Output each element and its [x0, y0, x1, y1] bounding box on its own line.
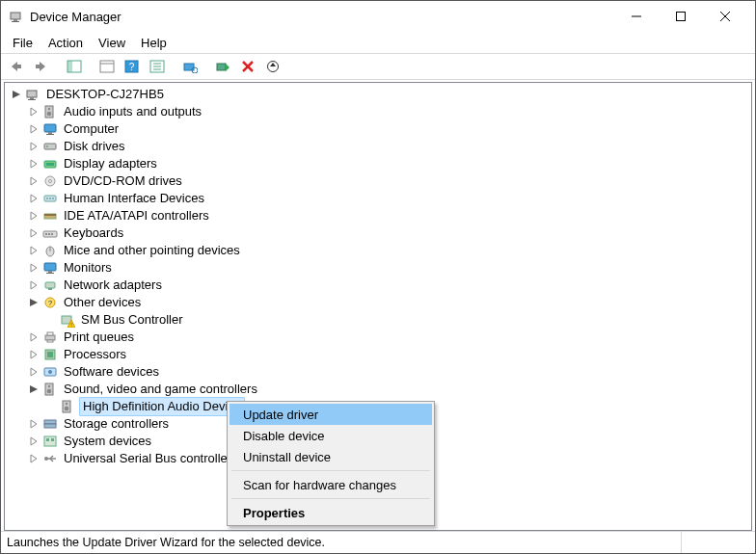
category-row[interactable]: Software devices [8, 363, 751, 381]
expander-icon[interactable] [27, 192, 40, 205]
category-label: Sound, video and game controllers [62, 381, 259, 398]
expander-icon[interactable] [27, 452, 40, 465]
expander-icon[interactable] [27, 140, 40, 153]
svg-marker-77 [31, 108, 37, 116]
mouse-icon [42, 243, 58, 258]
category-row[interactable]: IDE ATA/ATAPI controllers [8, 207, 751, 224]
expander-icon[interactable] [27, 226, 40, 240]
svg-marker-95 [31, 455, 37, 462]
svg-marker-81 [31, 177, 37, 185]
titlebar: Device Manager [1, 1, 755, 32]
svg-marker-78 [31, 125, 37, 133]
device-label: High Definition Audio Device [79, 397, 245, 416]
svg-marker-56 [40, 62, 45, 71]
svg-marker-94 [31, 437, 37, 445]
window-title: Device Manager [30, 10, 614, 24]
back-button[interactable] [5, 56, 28, 77]
warning-device-icon [60, 312, 75, 328]
minimize-button[interactable] [614, 2, 659, 31]
enable-button[interactable] [211, 56, 234, 77]
network-icon [42, 277, 58, 293]
expander-icon[interactable] [27, 122, 40, 136]
category-sound-video-game[interactable]: Sound, video and game controllers [8, 381, 751, 398]
properties-button[interactable] [95, 56, 119, 77]
usb-icon [42, 451, 58, 466]
forward-button[interactable] [30, 56, 53, 77]
device-sm-bus-controller[interactable]: SM Bus Controller [8, 311, 751, 329]
monitor-icon [42, 260, 58, 276]
expander-icon[interactable] [10, 88, 23, 101]
expander-icon[interactable] [27, 209, 40, 223]
expander-icon[interactable] [27, 383, 40, 396]
context-scan-hardware[interactable]: Scan for hardware changes [230, 474, 432, 495]
category-row[interactable]: Computer [8, 120, 751, 138]
category-row[interactable]: Network adapters [8, 277, 751, 294]
menu-file[interactable]: File [5, 34, 40, 52]
category-row[interactable]: Monitors [8, 259, 751, 277]
svg-rect-59 [68, 61, 72, 72]
expander-icon[interactable] [27, 278, 40, 292]
device-label: SM Bus Controller [79, 311, 184, 329]
software-icon [42, 364, 58, 380]
other-devices-icon [42, 295, 58, 310]
tree-root[interactable]: DESKTOP-CJ27HB5 [8, 86, 751, 103]
context-update-driver[interactable]: Update driver [230, 404, 432, 425]
display-icon [42, 156, 58, 171]
cpu-icon [42, 347, 58, 362]
svg-marker-86 [31, 264, 37, 272]
category-label: System devices [62, 433, 153, 450]
maximize-button[interactable] [659, 2, 703, 31]
context-menu: Update driver Disable device Uninstall d… [227, 401, 435, 526]
uninstall-button[interactable] [236, 56, 259, 77]
svg-marker-93 [31, 420, 37, 428]
action-button[interactable] [146, 56, 169, 77]
category-label: Audio inputs and outputs [62, 103, 203, 120]
expander-icon[interactable] [27, 365, 40, 379]
menu-action[interactable]: Action [40, 34, 91, 52]
menubar: File Action View Help [1, 32, 755, 53]
status-text: Launches the Update Driver Wizard for th… [7, 532, 682, 553]
expander-icon[interactable] [27, 330, 40, 344]
update-driver-button[interactable] [261, 56, 284, 77]
speaker-icon [42, 382, 58, 397]
expander-icon[interactable] [27, 261, 40, 275]
category-label: Computer [62, 120, 121, 138]
keyboard-icon [42, 225, 58, 241]
menu-separator [231, 498, 430, 499]
expander-icon[interactable] [27, 105, 40, 119]
expander-icon[interactable] [27, 417, 40, 431]
category-row[interactable]: Disk drives [8, 138, 751, 155]
show-hide-tree-button[interactable] [63, 56, 86, 77]
help-button[interactable]: ? [121, 56, 144, 77]
category-row[interactable]: Mice and other pointing devices [8, 242, 751, 259]
category-other-devices[interactable]: Other devices [8, 294, 751, 311]
category-label: Disk drives [62, 138, 127, 155]
category-row[interactable]: Human Interface Devices [8, 190, 751, 207]
category-row[interactable]: Keyboards [8, 224, 751, 242]
expander-icon[interactable] [27, 174, 40, 188]
svg-marker-76 [13, 91, 20, 98]
close-button[interactable] [703, 2, 747, 31]
category-row[interactable]: DVD/CD-ROM drives [8, 172, 751, 190]
expander-icon[interactable] [27, 296, 40, 309]
category-row[interactable]: Audio inputs and outputs [8, 103, 751, 120]
toolbar: ? [1, 53, 755, 80]
expander-icon[interactable] [27, 157, 40, 171]
expander-icon[interactable] [27, 435, 40, 448]
menu-help[interactable]: Help [133, 34, 175, 52]
expander-icon[interactable] [27, 244, 40, 257]
expander-icon[interactable] [27, 348, 40, 361]
category-label: Universal Serial Bus controllers [62, 450, 240, 467]
context-uninstall-device[interactable]: Uninstall device [230, 446, 432, 467]
computer-icon [25, 87, 40, 102]
category-label: DVD/CD-ROM drives [62, 172, 184, 190]
context-disable-device[interactable]: Disable device [230, 425, 432, 446]
category-row[interactable]: Display adapters [8, 155, 751, 172]
category-label: IDE ATA/ATAPI controllers [62, 207, 211, 224]
category-row[interactable]: Processors [8, 346, 751, 363]
category-label: Network adapters [62, 277, 164, 294]
menu-view[interactable]: View [91, 34, 133, 52]
category-row[interactable]: Print queues [8, 329, 751, 346]
context-properties[interactable]: Properties [230, 502, 432, 523]
scan-hardware-button[interactable] [178, 56, 202, 77]
